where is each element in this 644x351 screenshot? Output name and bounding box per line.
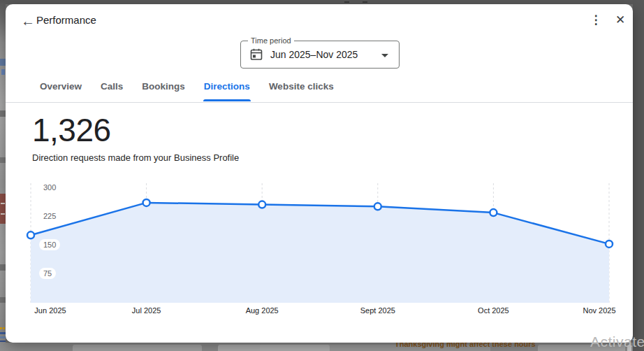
time-period-select[interactable]: Time period Jun 2025–Nov 2025 [240, 41, 400, 69]
data-point-jul-2025[interactable] [143, 199, 150, 206]
chart-area-fill [31, 203, 609, 303]
x-axis-label: Oct 2025 [478, 306, 509, 315]
x-axis-label: Jul 2025 [132, 306, 161, 315]
calendar-icon [250, 48, 263, 61]
backdrop-fragment [1, 203, 5, 204]
backdrop-bar-fragment [0, 336, 6, 338]
directions-chart: 30022515075Jun 2025Jul 2025Aug 2025Sept … [25, 180, 626, 320]
metric-value: 1,326 [32, 111, 111, 149]
backdrop-smudge [344, 1, 349, 3]
time-period-label: Time period [248, 36, 294, 45]
data-point-nov-2025[interactable] [606, 241, 613, 248]
backdrop-fragment [1, 69, 5, 75]
dropdown-arrow-icon [381, 54, 388, 57]
time-period-value: Jun 2025–Nov 2025 [270, 49, 358, 60]
y-axis-label: 225 [39, 210, 60, 222]
data-point-sept-2025[interactable] [374, 203, 381, 210]
performance-dialog: ← Performance ⋮ ✕ Time period Jun 2025–N… [6, 4, 633, 343]
tab-calls[interactable]: Calls [100, 77, 124, 101]
y-axis-label: 150 [39, 239, 60, 250]
more-options-icon[interactable]: ⋮ [586, 10, 606, 30]
page-title: Performance [36, 14, 96, 26]
backdrop-bar-fragment [0, 341, 6, 342]
backdrop-block [73, 345, 202, 351]
activate-watermark: Activate [590, 334, 644, 350]
backdrop-fragment [1, 213, 5, 215]
backdrop-right-strip [633, 0, 644, 351]
backdrop-fragment [0, 297, 6, 303]
y-axis-label: 300 [39, 182, 60, 193]
backdrop-stars-fragment [0, 327, 2, 329]
backdrop-smudge [363, 1, 367, 3]
data-point-oct-2025[interactable] [490, 209, 497, 216]
backdrop-bottom-strip [0, 343, 633, 351]
backdrop-bar-fragment [0, 332, 6, 334]
chart-plot-area [25, 180, 622, 305]
backdrop-fragment [0, 110, 6, 117]
data-point-aug-2025[interactable] [258, 201, 265, 208]
x-axis-label: Nov 2025 [583, 306, 615, 315]
x-axis-label: Aug 2025 [246, 306, 279, 315]
backdrop-stars-fragment [3, 327, 5, 329]
x-axis-label: Sept 2025 [360, 306, 395, 315]
backdrop-fragment [0, 157, 6, 163]
metric-description: Direction requests made from your Busine… [32, 152, 239, 163]
tab-overview[interactable]: Overview [39, 77, 82, 101]
tab-website-clicks[interactable]: Website clicks [268, 77, 335, 101]
backdrop-fragment [0, 194, 6, 224]
back-arrow-icon[interactable]: ← [18, 11, 38, 31]
data-point-jun-2025[interactable] [27, 231, 34, 238]
x-axis-label: Jun 2025 [34, 306, 66, 315]
tab-bookings[interactable]: Bookings [141, 77, 186, 101]
backdrop-fragment [0, 264, 6, 271]
tab-directions[interactable]: Directions [203, 77, 251, 101]
backdrop-fragment [0, 59, 6, 66]
performance-tabs: OverviewCallsBookingsDirectionsWebsite c… [39, 77, 335, 102]
backdrop-left-strip [0, 0, 6, 351]
tabs-divider [6, 102, 633, 103]
y-axis-label: 75 [39, 268, 56, 279]
close-icon[interactable]: ✕ [610, 10, 630, 30]
